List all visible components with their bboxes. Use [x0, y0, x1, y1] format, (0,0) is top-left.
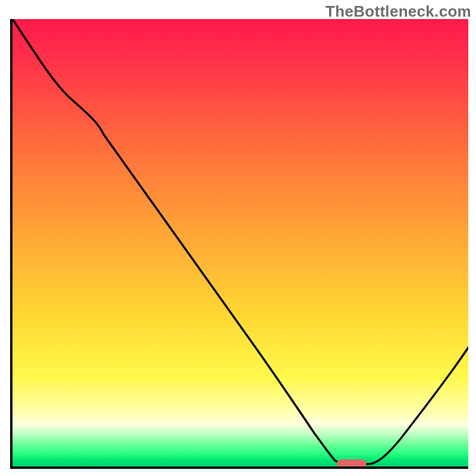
chart-container: TheBottleneck.com — [0, 0, 476, 476]
bottleneck-curve-path — [12, 19, 468, 464]
optimal-marker — [337, 459, 367, 468]
plot-area — [10, 19, 468, 469]
watermark-text: TheBottleneck.com — [325, 2, 471, 21]
curve-svg — [12, 19, 468, 466]
